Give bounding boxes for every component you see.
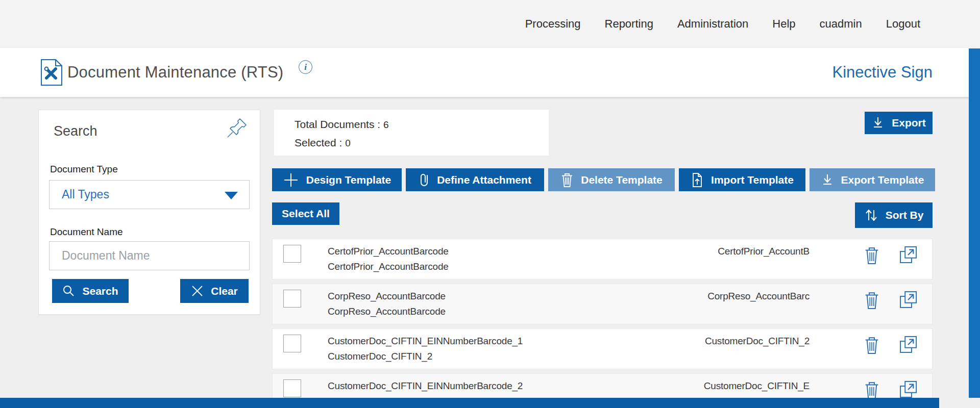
- page-header: Document Maintenance (RTS) i Kinective S…: [0, 48, 980, 97]
- pushpin-icon[interactable]: [225, 116, 249, 140]
- row-checkbox[interactable]: [283, 290, 301, 308]
- document-name: CertofPrior_AccountBarcode: [328, 244, 449, 259]
- download-icon: [821, 173, 834, 187]
- search-panel: Search Document Type All Types Document …: [38, 110, 260, 315]
- document-subname: CustomerDoc_CIFTIN_2: [328, 349, 523, 364]
- document-type-select[interactable]: All Types: [49, 180, 250, 209]
- search-panel-title: Search: [54, 123, 97, 139]
- row-checkbox[interactable]: [283, 245, 301, 263]
- delete-template-button[interactable]: Delete Template: [548, 168, 675, 191]
- row-checkbox[interactable]: [283, 379, 301, 397]
- export-template-label: Export Template: [841, 174, 924, 186]
- top-nav-bar: Processing Reporting Administration Help…: [0, 0, 980, 48]
- trash-icon[interactable]: [864, 245, 880, 266]
- trash-icon[interactable]: [864, 290, 880, 311]
- search-icon: [62, 285, 75, 297]
- trash-icon: [560, 172, 574, 188]
- search-button-label: Search: [82, 285, 118, 297]
- total-documents-value: 6: [383, 119, 389, 130]
- paperclip-icon: [419, 172, 430, 188]
- search-button[interactable]: Search: [52, 279, 129, 303]
- document-name: CorpReso_AccountBarcode: [328, 289, 446, 304]
- summary-box: Total Documents : 6 Selected : 0: [274, 110, 549, 156]
- document-short-name: CorpReso_AccountBarc: [707, 291, 810, 302]
- export-template-button[interactable]: Export Template: [810, 168, 935, 191]
- define-attachment-button[interactable]: Define Attachment: [406, 168, 544, 191]
- delete-template-label: Delete Template: [581, 174, 663, 186]
- row-checkbox[interactable]: [283, 335, 301, 352]
- top-nav: Processing Reporting Administration Help…: [525, 0, 920, 48]
- total-documents-label: Total Documents :: [295, 118, 380, 130]
- template-toolbar: Design Template Define Attachment Delete…: [272, 168, 935, 191]
- info-icon[interactable]: i: [299, 60, 312, 74]
- trash-icon[interactable]: [864, 380, 880, 400]
- export-button-label: Export: [892, 117, 926, 129]
- document-list: CertofPrior_AccountBarcode CertofPrior_A…: [272, 239, 933, 408]
- document-name-label: Document Name: [50, 226, 123, 238]
- table-row: CustomerDoc_CIFTIN_EINNumberBarcode_1 Cu…: [272, 328, 933, 369]
- import-icon: [691, 172, 704, 188]
- document-short-name: CertofPrior_AccountB: [718, 246, 810, 257]
- document-name-input[interactable]: [49, 241, 250, 270]
- document-type-label: Document Type: [50, 164, 118, 175]
- nav-item-administration[interactable]: Administration: [677, 17, 748, 31]
- document-short-name: CustomerDoc_CIFTIN_E: [704, 380, 810, 392]
- document-subname: CertofPrior_AccountBarcode: [328, 259, 449, 274]
- document-subname: CorpReso_AccountBarcode: [328, 304, 446, 319]
- import-template-label: Import Template: [711, 174, 794, 186]
- trash-icon[interactable]: [864, 335, 880, 355]
- table-row: CertofPrior_AccountBarcode CertofPrior_A…: [272, 239, 933, 279]
- document-tools-icon: [40, 59, 63, 86]
- selected-label: Selected :: [295, 137, 342, 148]
- nav-item-help[interactable]: Help: [772, 17, 795, 31]
- chevron-down-icon: [225, 192, 238, 199]
- design-template-label: Design Template: [306, 174, 391, 186]
- design-template-button[interactable]: Design Template: [272, 168, 402, 191]
- export-button[interactable]: Export: [865, 112, 933, 134]
- footer-bar: [0, 398, 939, 408]
- vertical-scrollbar[interactable]: [969, 48, 980, 398]
- open-external-icon[interactable]: [896, 243, 920, 267]
- nav-item-reporting[interactable]: Reporting: [605, 17, 653, 31]
- document-name: CustomerDoc_CIFTIN_EINNumberBarcode_2: [328, 378, 523, 394]
- selected-value: 0: [345, 138, 351, 148]
- open-external-icon[interactable]: [896, 333, 920, 356]
- sort-by-button[interactable]: Sort By: [855, 202, 933, 228]
- clear-button-label: Clear: [211, 285, 238, 297]
- plus-icon: [283, 172, 299, 188]
- page-title: Document Maintenance (RTS): [67, 48, 283, 97]
- brand-kinective-sign[interactable]: Kinective Sign: [832, 48, 933, 97]
- sort-icon: [864, 208, 878, 222]
- clear-button[interactable]: Clear: [180, 279, 249, 303]
- select-all-button[interactable]: Select All: [272, 202, 339, 225]
- define-attachment-label: Define Attachment: [437, 174, 531, 186]
- open-external-icon[interactable]: [896, 288, 920, 312]
- import-template-button[interactable]: Import Template: [679, 168, 805, 191]
- document-name: CustomerDoc_CIFTIN_EINNumberBarcode_1: [328, 334, 523, 349]
- table-row: CorpReso_AccountBarcode CorpReso_Account…: [272, 284, 933, 324]
- document-short-name: CustomerDoc_CIFTIN_2: [705, 336, 810, 347]
- close-icon: [191, 285, 204, 297]
- nav-item-logout[interactable]: Logout: [886, 17, 920, 31]
- download-icon: [871, 116, 885, 130]
- nav-item-processing[interactable]: Processing: [525, 17, 581, 31]
- document-type-value: All Types: [62, 188, 109, 201]
- select-all-label: Select All: [282, 208, 330, 220]
- nav-item-user-cuadmin[interactable]: cuadmin: [820, 17, 862, 31]
- sort-by-label: Sort By: [886, 209, 924, 221]
